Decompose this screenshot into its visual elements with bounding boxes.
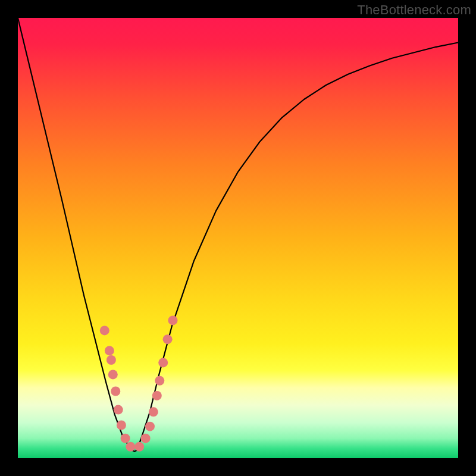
data-marker xyxy=(163,334,173,344)
data-marker xyxy=(141,434,151,443)
data-marker xyxy=(149,407,158,416)
chart-svg xyxy=(18,18,458,458)
data-marker xyxy=(105,346,114,355)
data-marker xyxy=(158,358,168,367)
data-marker xyxy=(121,434,130,443)
data-marker xyxy=(107,355,116,365)
plot-area xyxy=(18,18,458,458)
data-marker xyxy=(145,422,155,431)
data-marker xyxy=(134,442,144,452)
data-marker xyxy=(152,391,162,400)
data-marker xyxy=(100,325,109,335)
data-marker xyxy=(126,442,135,452)
bottleneck-curve xyxy=(18,18,458,452)
data-marker xyxy=(108,369,118,379)
data-marker xyxy=(114,405,123,415)
data-marker xyxy=(155,376,164,386)
data-marker xyxy=(117,421,126,430)
chart-frame: TheBottleneck.com xyxy=(0,0,476,476)
watermark-text: TheBottleneck.com xyxy=(357,2,471,18)
data-marker xyxy=(111,387,120,396)
data-marker xyxy=(168,315,178,325)
